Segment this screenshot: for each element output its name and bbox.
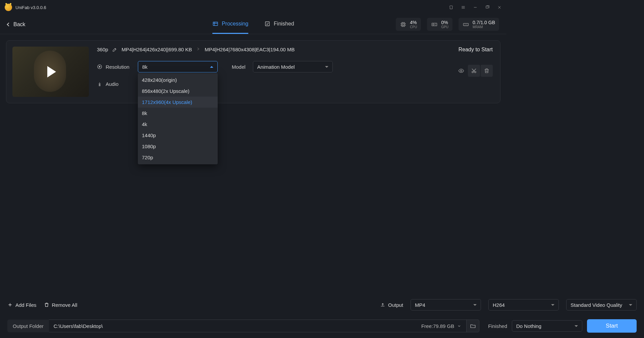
cpu-icon (400, 21, 407, 28)
resolution-badge: 360p (97, 47, 108, 52)
resolution-option[interactable]: 856x480(2x Upscale) (138, 86, 218, 97)
back-button[interactable]: Back (7, 21, 25, 27)
resolution-option[interactable]: 1440p (138, 130, 218, 141)
chevron-left-icon (7, 22, 10, 26)
chevron-up-icon (210, 66, 213, 68)
menu-icon[interactable] (461, 5, 466, 10)
maximize-icon[interactable] (485, 5, 490, 10)
edit-icon[interactable] (112, 47, 117, 52)
model-label: Model (232, 64, 246, 70)
status-text: Ready to Start (459, 47, 493, 53)
audio-icon (97, 81, 102, 87)
svg-point-10 (461, 70, 462, 72)
resolution-label: Resolution (106, 64, 129, 70)
svg-point-6 (433, 23, 434, 25)
model-select[interactable]: Animation Model (253, 61, 333, 72)
svg-rect-1 (213, 22, 218, 26)
resolution-option[interactable]: 1080p (138, 141, 218, 152)
finished-icon (264, 21, 270, 27)
minimize-icon[interactable] (473, 5, 478, 10)
resolution-option[interactable]: 8k (138, 108, 218, 119)
arrow-icon (196, 47, 201, 52)
target-meta: MP4|H264|7680x4308|EAC3|194.00 MB (205, 47, 294, 52)
resolution-select[interactable]: 8k (138, 61, 218, 72)
resolution-value: 8k (142, 64, 148, 70)
titlebar: UniFab v3.0.0.6 (0, 0, 506, 15)
preview-button[interactable] (455, 65, 467, 77)
svg-rect-4 (402, 23, 404, 25)
svg-rect-9 (99, 85, 100, 86)
play-icon (47, 66, 56, 77)
svg-rect-7 (464, 23, 469, 25)
resolution-option[interactable]: 1712x960(4x Upscale) (138, 97, 218, 108)
tab-label: Processing (222, 21, 248, 27)
tab-processing[interactable]: Processing (212, 15, 248, 34)
svg-rect-3 (401, 23, 405, 26)
app-logo (5, 4, 12, 11)
app-title: UniFab v3.0.0.6 (15, 5, 46, 10)
shirt-icon[interactable] (449, 5, 453, 10)
topbar: Back Processing Finished 4%CPU 0%GPU 0.7… (0, 15, 506, 34)
resolution-dropdown: 428x240(origin)856x480(2x Upscale)1712x9… (138, 73, 218, 164)
stat-ram: 0.7/1.0 GBMRAM (459, 18, 499, 31)
source-meta: MP4|H264|426x240||699.80 KB (121, 47, 192, 52)
delete-button[interactable] (481, 65, 493, 77)
tab-finished[interactable]: Finished (264, 15, 294, 34)
back-label: Back (13, 21, 25, 27)
processing-icon (212, 21, 218, 27)
resolution-option[interactable]: 428x240(origin) (138, 74, 218, 86)
cut-button[interactable] (468, 65, 480, 77)
svg-rect-0 (486, 6, 488, 8)
resolution-option[interactable]: 4k (138, 119, 218, 130)
model-value: Animation Model (257, 64, 295, 70)
video-card: 360p MP4|H264|426x240||699.80 KB MP4|H26… (6, 40, 500, 103)
resolution-icon (97, 64, 102, 69)
svg-rect-2 (265, 22, 269, 26)
resolution-option[interactable]: 720p (138, 152, 218, 163)
close-icon[interactable] (497, 5, 502, 10)
video-thumbnail[interactable] (12, 47, 89, 97)
tab-label: Finished (274, 21, 294, 27)
stat-gpu: 0%GPU (427, 18, 452, 31)
audio-label: Audio (106, 81, 118, 87)
chevron-down-icon (325, 66, 328, 68)
ram-icon (463, 21, 469, 28)
gpu-icon (431, 21, 438, 28)
stat-cpu: 4%CPU (396, 18, 421, 31)
